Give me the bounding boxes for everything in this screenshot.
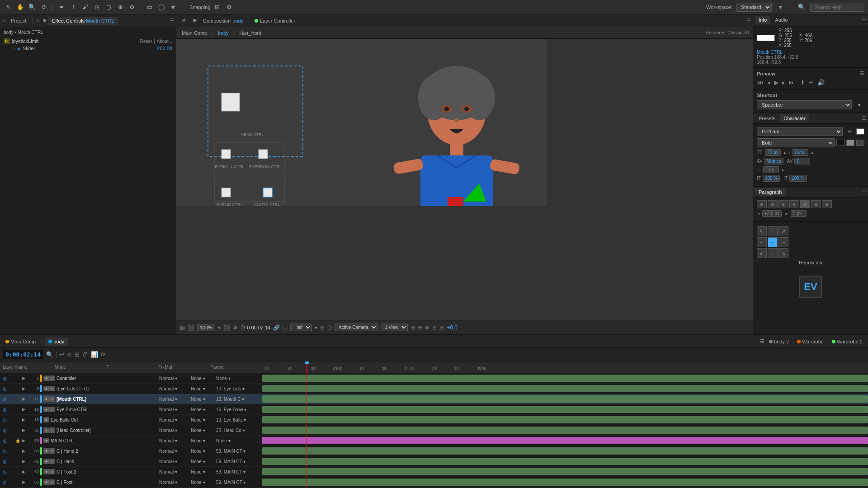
body-tab-menu[interactable]: ☰: [760, 338, 764, 344]
layer-name[interactable]: [Eye Lids CTRL]: [57, 386, 152, 391]
ellipse-mask-tool[interactable]: ◯: [156, 2, 166, 12]
tc-chart-icon[interactable]: 📊: [91, 351, 98, 358]
layer-name[interactable]: MAIN CTRL: [51, 438, 152, 443]
text-tool[interactable]: T: [68, 2, 78, 12]
preview-skip-fwd[interactable]: ⏭: [788, 78, 796, 87]
workspace-dropdown[interactable]: Standard: [736, 3, 772, 12]
expand-toggle[interactable]: ▶: [22, 376, 28, 380]
vc-expand-icon[interactable]: ▾: [315, 324, 317, 331]
layer-mode[interactable]: Normal ▾: [153, 459, 184, 464]
vc-mask-icon[interactable]: ◫: [283, 324, 288, 331]
project-tab[interactable]: Project: [7, 17, 30, 25]
visibility-toggle[interactable]: ◎: [1, 386, 8, 391]
vc-zoom-expand[interactable]: ▾: [218, 324, 221, 331]
layer-trkmat[interactable]: None ▾: [191, 480, 216, 485]
pen-tool[interactable]: ✒: [57, 2, 66, 12]
info-panel-menu[interactable]: ☰: [862, 17, 866, 23]
vc-zoom[interactable]: 100%: [197, 324, 215, 331]
leading-val[interactable]: Auto: [793, 149, 808, 156]
table-row[interactable]: ◎ ▶ 1 ◆# Controller Normal ▾ None ▾ None…: [0, 373, 868, 384]
current-time[interactable]: 0;00;02;14: [3, 350, 43, 359]
layer-parent[interactable]: 59. MAIN CT ▾: [216, 469, 261, 474]
table-row[interactable]: ◎ ▶ 63 ◆# C | Foot Normal ▾ None ▾ 59. M…: [0, 477, 868, 488]
expand-toggle[interactable]: ▶: [22, 469, 28, 474]
metrics-dropdown[interactable]: Metrics: [764, 158, 783, 164]
ec-param-value[interactable]: 200.00: [157, 46, 172, 51]
tc-solo-icon[interactable]: ⊙: [67, 351, 72, 358]
tl-tab-main-comp[interactable]: Main Comp: [2, 338, 39, 346]
layer-parent[interactable]: 22. Head Co ▾: [216, 428, 261, 433]
font-alt-swatch[interactable]: [846, 140, 854, 146]
visibility-toggle[interactable]: ◎: [1, 418, 8, 422]
nav-main-comp[interactable]: Main Comp: [180, 29, 209, 37]
layer-name[interactable]: [Head Controller]: [57, 428, 152, 433]
repo-bc[interactable]: ↓: [768, 248, 778, 258]
expand-toggle[interactable]: ▶: [22, 407, 28, 412]
expand-toggle[interactable]: ▶: [22, 438, 28, 443]
rect-mask-tool[interactable]: ▭: [145, 2, 155, 12]
info-tab[interactable]: Info: [755, 16, 770, 24]
vc-grid2-icon[interactable]: ⊞: [432, 324, 437, 331]
body-tab-close[interactable]: ✕: [40, 339, 44, 344]
tc-motion-icon[interactable]: ⟳: [101, 351, 106, 358]
layer-parent[interactable]: 12. Mouth C ▾: [216, 397, 261, 402]
layer-name[interactable]: Controller: [57, 376, 152, 381]
shortcut-dropdown[interactable]: Spacebar: [757, 100, 852, 109]
tc-mask-icon[interactable]: ⊞: [75, 351, 80, 358]
font-stroke-swatch[interactable]: [836, 140, 844, 146]
layer-controller-tab[interactable]: Layer Controller: [251, 17, 299, 25]
layer-trkmat[interactable]: None ▾: [191, 438, 216, 443]
align-left[interactable]: ≡: [757, 200, 767, 208]
layer-trkmat[interactable]: None ▾: [191, 459, 216, 464]
audio-tab[interactable]: Audio: [771, 16, 791, 24]
camera-rotate-tool[interactable]: ⟳: [39, 2, 49, 12]
layer-mode[interactable]: Normal ▾: [153, 438, 184, 443]
layer-mode[interactable]: Normal ▾: [153, 428, 184, 433]
left-panel-menu[interactable]: ☰: [170, 18, 174, 23]
tl-tab-body2[interactable]: body 2: [765, 338, 793, 346]
vc-grid-icon[interactable]: ▦: [180, 324, 185, 331]
preview-skip-back[interactable]: ⏮: [757, 78, 764, 87]
hscale-up[interactable]: ▲: [781, 168, 785, 172]
visibility-toggle[interactable]: ◎: [1, 397, 8, 402]
tracking-val[interactable]: 0: [794, 158, 810, 164]
vc-export-icon[interactable]: ⊞: [439, 324, 444, 331]
preview-export[interactable]: ⬆: [799, 78, 806, 87]
time-search-icon[interactable]: 🔍: [46, 351, 53, 358]
search-input[interactable]: [810, 3, 864, 12]
comp-panel-menu[interactable]: ☰: [746, 18, 751, 23]
layer-trkmat[interactable]: None ▾: [191, 386, 216, 391]
expand-toggle[interactable]: ▶: [22, 480, 28, 484]
table-row[interactable]: ◎ ▶ 18 ■ Eye Balls Ctrl Normal ▾ None ▾ …: [0, 415, 868, 425]
tl-tab-wardrobe[interactable]: Wardrobe: [793, 338, 827, 346]
reposition-btn[interactable]: Reposition: [757, 260, 864, 265]
layer-name[interactable]: C | Hand: [57, 459, 152, 464]
font-dropdown[interactable]: Gotham: [757, 127, 843, 136]
layer-trkmat[interactable]: None ▾: [191, 449, 216, 454]
tc-time-icon[interactable]: ⏱: [82, 351, 88, 358]
table-row[interactable]: ◎ 🔒 ▶ 59 ◆ MAIN CTRL Normal ▾ None ▾ Non…: [0, 436, 868, 446]
layer-mode[interactable]: Normal ▾: [153, 449, 184, 454]
layer-mode[interactable]: Normal ▾: [153, 397, 184, 402]
layer-trkmat[interactable]: None ▾: [191, 397, 216, 402]
roto-tool[interactable]: ⊕: [115, 2, 125, 12]
table-row[interactable]: ◎ ▶ 11 ■# [Mouth CTRL] Normal ▾ None ▾ 1…: [0, 394, 868, 404]
layer-name[interactable]: C | Foot: [57, 480, 152, 485]
repo-mr[interactable]: →: [778, 237, 788, 247]
layer-name[interactable]: C | Hand 2: [57, 449, 152, 454]
workspace-options[interactable]: ▾: [775, 2, 785, 12]
leading-up[interactable]: ▲: [810, 150, 814, 155]
layer-mode[interactable]: Normal ▾: [153, 376, 184, 381]
repo-br[interactable]: ↘: [778, 248, 788, 258]
vc-lock-icon[interactable]: 🔗: [273, 324, 280, 331]
hand-tool[interactable]: ✋: [15, 2, 25, 12]
effect-controls-tab[interactable]: Effect Controls Mouth CTRL: [48, 17, 118, 25]
puppet-tool[interactable]: ⚙: [127, 2, 137, 12]
align-right[interactable]: ≡: [778, 200, 788, 208]
vc-3d-icon[interactable]: ⬡: [327, 324, 332, 331]
preview-frame-fwd[interactable]: ▸: [781, 78, 786, 87]
table-row[interactable]: ◎ ▶ 62 ◆# C | Foot 2 Normal ▾ None ▾ 59.…: [0, 467, 868, 477]
char-menu[interactable]: ☰: [862, 115, 866, 121]
repo-bl[interactable]: ↙: [757, 248, 767, 258]
font-color-swatch[interactable]: [856, 128, 864, 135]
